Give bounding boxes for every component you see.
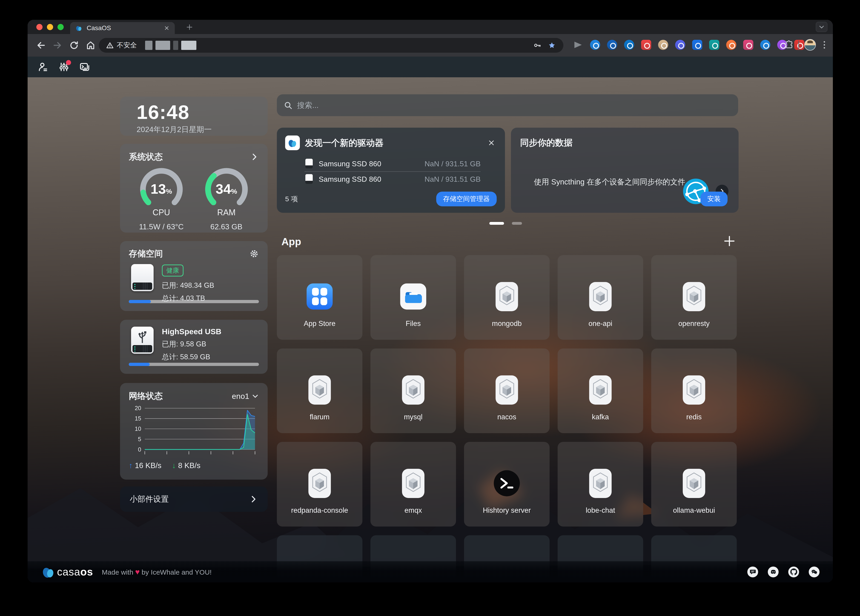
usb-used: 已用: 9.58 GB	[162, 339, 221, 349]
network-widget: 网络状态 eno1 05101520 ↑16 KB/s ↓8 KB/s	[120, 383, 268, 479]
app-name: nacos	[464, 413, 549, 421]
tab-close-icon[interactable]	[164, 25, 170, 31]
network-chart: 05101520	[129, 405, 259, 457]
storage-manager-button[interactable]: 存储空间管理器	[436, 192, 497, 206]
add-app-icon[interactable]	[722, 234, 736, 248]
download-arrow-icon: ↓	[172, 461, 176, 470]
usb-drive-icon	[129, 327, 156, 355]
system-status-title: 系统状态	[129, 151, 163, 163]
window-dropdown-button[interactable]	[816, 22, 827, 32]
install-button[interactable]: 安装	[700, 192, 728, 206]
app-card-lobe-chat[interactable]: lobe-chat	[558, 442, 643, 526]
gauge: 34% RAM 62.63 GB	[194, 167, 259, 231]
network-title: 网络状态	[129, 390, 163, 402]
app-card-one-api[interactable]: one-api	[558, 255, 643, 340]
system-gauges: 13% CPU 11.5W / 63°C 34% RAM 62.63 GB	[129, 167, 259, 231]
browser-menu-icon[interactable]	[823, 40, 826, 50]
sync-banner-title: 同步你的数据	[520, 137, 730, 149]
url-block	[181, 41, 196, 50]
app-card-kafka[interactable]: kafka	[558, 349, 643, 433]
storage-widget: 存储空间 健康 已用: 498.34 GB 总计: 4.03 TB	[120, 241, 268, 311]
interface-select[interactable]: eno1	[232, 392, 259, 401]
flame-orange-icon[interactable]	[726, 40, 736, 50]
address-bar[interactable]: 不安全	[99, 38, 563, 53]
discord-icon[interactable]	[768, 567, 778, 577]
svg-text:10: 10	[135, 426, 141, 432]
send-icon[interactable]	[573, 40, 583, 50]
wave-blue-icon[interactable]	[624, 40, 634, 50]
traffic-light-zoom[interactable]	[58, 24, 64, 30]
drive-mini-icon	[304, 159, 314, 169]
chevron-right-icon[interactable]	[250, 152, 259, 162]
face-purple-icon[interactable]	[675, 40, 685, 50]
usb-progress-bar	[129, 363, 259, 366]
bookmark-star-icon[interactable]	[548, 41, 556, 49]
cube-app-icon	[589, 281, 612, 312]
drive-name: Samsung SSD 860	[319, 160, 424, 168]
usb-widget: HighSpeed USB 已用: 9.58 GB 总计: 58.59 GB	[120, 320, 268, 374]
face-tan-icon[interactable]	[658, 40, 668, 50]
terminal-icon[interactable]	[79, 61, 90, 72]
app-card-app-store[interactable]: App Store	[277, 255, 363, 340]
back-icon[interactable]	[36, 40, 46, 50]
traffic-light-minimize[interactable]	[47, 24, 53, 30]
app-card-openresty[interactable]: openresty	[651, 255, 737, 340]
close-icon[interactable]	[488, 139, 495, 147]
chat-icon[interactable]	[809, 567, 819, 577]
app-card-redpanda-console[interactable]: redpanda-console	[277, 442, 363, 526]
drive-capacity: NaN / 931.51 GB	[424, 160, 480, 168]
app-card-flarum[interactable]: flarum	[277, 349, 363, 433]
app-card-redis[interactable]: redis	[651, 349, 737, 433]
new-drive-banner: 发现一个新的驱动器 Samsung SSD 860 NaN / 931.51 G…	[277, 128, 505, 213]
gauge: 13% CPU 11.5W / 63°C	[129, 167, 194, 231]
doc-red-icon[interactable]	[794, 40, 804, 50]
cube-app-icon	[589, 375, 612, 405]
widget-settings-label: 小部件设置	[130, 494, 169, 504]
comment-icon[interactable]	[747, 567, 758, 577]
profile-avatar[interactable]	[804, 39, 816, 50]
swirl-blue-icon[interactable]	[607, 40, 617, 50]
system-status-widget: 系统状态 13% CPU 11.5W / 63°C 34% RAM 62.63 …	[120, 144, 268, 233]
interface-name: eno1	[232, 392, 249, 401]
settings-tuner-button[interactable]	[58, 61, 69, 72]
gauge-sub: 11.5W / 63°C	[139, 222, 184, 231]
chart-teal-icon[interactable]	[709, 40, 719, 50]
app-section-title: App	[281, 236, 301, 248]
home-icon[interactable]	[86, 40, 96, 50]
sync-banner: 同步你的数据 使用 Syncthing 在多个设备之间同步你的文件。 安装	[511, 128, 739, 213]
user-icon[interactable]	[38, 61, 49, 72]
usb-name: HighSpeed USB	[162, 327, 221, 336]
traffic-light-close[interactable]	[36, 24, 42, 30]
app-name: redis	[651, 413, 737, 421]
app-name: Hishtory server	[464, 506, 549, 515]
reload-icon[interactable]	[69, 40, 79, 50]
carousel-dot-1[interactable]	[489, 222, 504, 225]
card-lock-blue-icon[interactable]	[692, 40, 702, 50]
gear-icon[interactable]	[249, 249, 259, 259]
extensions-puzzle-icon[interactable]	[784, 40, 794, 50]
translate-pink-icon[interactable]	[743, 40, 753, 50]
password-key-icon[interactable]	[533, 41, 542, 50]
kite-blue-icon[interactable]	[590, 40, 600, 50]
app-card-ollama-webui[interactable]: ollama-webui	[651, 442, 737, 526]
shield-red-icon[interactable]	[641, 40, 651, 50]
app-card-mongodb[interactable]: mongodb	[464, 255, 549, 340]
app-card-emqx[interactable]: emqx	[370, 442, 456, 526]
cube-app-icon	[495, 281, 519, 312]
app-card-mysql[interactable]: mysql	[370, 349, 456, 433]
app-card-nacos[interactable]: nacos	[464, 349, 549, 433]
app-name: ollama-webui	[651, 506, 737, 515]
browser-tab[interactable]: CasaOS	[70, 22, 175, 34]
search-bar[interactable]	[277, 94, 738, 116]
search-input[interactable]	[297, 101, 700, 110]
app-card-files[interactable]: Files	[370, 255, 456, 340]
github-icon[interactable]	[788, 567, 799, 577]
forward-icon[interactable]	[52, 40, 63, 50]
ring-blue-icon[interactable]	[760, 40, 770, 50]
widget-settings-button[interactable]: 小部件设置	[120, 487, 268, 512]
app-card-hishtory-server[interactable]: Hishtory server	[464, 442, 549, 526]
carousel-dot-2[interactable]	[512, 222, 522, 225]
drive-row: Samsung SSD 860 NaN / 931.51 GB	[304, 156, 480, 171]
tab-title: CasaOS	[87, 24, 164, 32]
new-tab-icon[interactable]	[186, 24, 193, 31]
